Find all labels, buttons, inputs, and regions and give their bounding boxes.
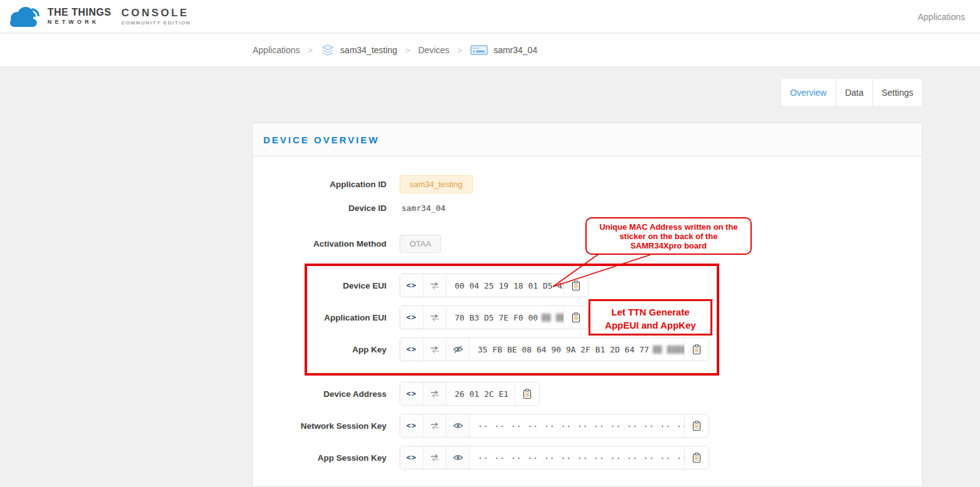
clipboard-icon[interactable] [564,306,588,329]
field-row-app-key: App Key <> 35 FB BE 08 64 90 9A 2F B1 2D… [252,337,709,361]
breadcrumb-devices[interactable]: Devices [418,45,450,55]
swap-bytes-icon[interactable] [423,274,447,297]
swap-bytes-icon[interactable] [423,338,447,361]
eye-icon[interactable] [447,446,470,469]
device-eui-value: 00 04 25 19 18 01 D5 45 [447,274,564,297]
tab-overview[interactable]: Overview [781,79,836,106]
app-session-key-value: ·· ·· ·· ·· ·· ·· ·· ·· ·· ·· ·· ·· ·· ·… [470,446,685,469]
application-id-label: Application ID [252,180,393,189]
page-title: DEVICE OVERVIEW [263,135,380,145]
network-session-key-value: ·· ·· ·· ·· ·· ·· ·· ·· ·· ·· ·· ·· ·· ·… [470,414,685,437]
edition-label: COMMUNITY EDITION [121,21,191,26]
device-address-label: Device Address [252,389,393,399]
console-wordmark: CONSOLE COMMUNITY EDITION [121,8,191,26]
ttn-logo[interactable]: THE THINGS NETWORK CONSOLE COMMUNITY EDI… [5,4,191,29]
clipboard-icon[interactable] [515,382,539,405]
app-key-value: 35 FB BE 08 64 90 9A 2F B1 2D 64 77 ██ █… [470,338,685,361]
device-address-value: 26 01 2C E1 [447,382,515,405]
code-icon[interactable]: <> [400,338,423,361]
breadcrumb-separator: > [405,46,410,55]
breadcrumb-separator: > [308,46,313,55]
device-eui-group: <> 00 04 25 19 18 01 D5 45 [400,274,589,297]
application-eui-value: 70 B3 D5 7E F0 00 ██ ██ [447,306,564,329]
breadcrumb-applications[interactable]: Applications [253,45,300,55]
swap-bytes-icon[interactable] [423,306,447,329]
application-eui-redacted: ██ ██ [542,314,564,322]
eye-slash-icon[interactable] [447,338,470,361]
app-key-group: <> 35 FB BE 08 64 90 9A 2F B1 2D 64 77 █… [400,337,709,361]
tab-settings[interactable]: Settings [873,79,922,106]
app-key-redacted: ██ ████ ██ [653,346,685,354]
device-board-icon [470,44,488,56]
device-id-label: Device ID [252,203,393,213]
top-bar: THE THINGS NETWORK CONSOLE COMMUNITY EDI… [0,0,980,33]
clipboard-icon[interactable] [685,338,709,361]
field-row-application-id: Application ID sam34_testing [252,172,473,196]
device-eui-label: Device EUI [252,281,393,290]
breadcrumb: Applications > sam34_testing > Devices > [253,34,537,66]
application-eui-label: Application EUI [252,313,393,322]
field-row-app-session-key: App Session Key <> ·· ·· ·· ·· ·· ·· ·· … [252,446,709,469]
brand-line2: NETWORK [48,19,111,25]
breadcrumb-separator: > [458,46,463,55]
application-stack-icon [321,43,335,57]
brand-wordmark: THE THINGS NETWORK [48,8,111,25]
breadcrumb-application-name[interactable]: sam34_testing [340,45,397,55]
app-session-key-label: App Session Key [252,453,393,463]
cloud-logo-icon [5,4,41,29]
ttn-console-page: THE THINGS NETWORK CONSOLE COMMUNITY EDI… [0,0,980,487]
activation-method-badge: OTAA [400,235,441,253]
code-icon[interactable]: <> [400,414,423,437]
swap-bytes-icon[interactable] [423,382,447,405]
swap-bytes-icon[interactable] [423,414,447,437]
field-row-activation-method: Activation Method OTAA [252,232,441,255]
device-id-value: samr34_04 [402,203,445,213]
application-eui-group: <> 70 B3 D5 7E F0 00 ██ ██ [400,305,589,329]
field-row-device-address: Device Address <> 26 01 2C E1 [252,382,540,406]
app-key-label: App Key [252,345,393,354]
network-session-key-group: <> ·· ·· ·· ·· ·· ·· ·· ·· ·· ·· ·· ·· ·… [400,414,709,438]
clipboard-icon[interactable] [685,446,709,469]
application-eui-visible: 70 B3 D5 7E F0 00 [455,313,538,322]
code-icon[interactable]: <> [400,446,423,469]
app-key-visible: 35 FB BE 08 64 90 9A 2F B1 2D 64 77 [478,345,649,354]
field-row-device-eui: Device EUI <> 00 04 25 19 18 01 D5 45 [252,274,589,297]
device-address-group: <> 26 01 2C E1 [400,382,540,406]
nav-applications-link[interactable]: Applications [918,0,966,33]
field-row-device-id: Device ID samr34_04 [252,196,445,220]
eye-icon[interactable] [447,414,470,437]
code-icon[interactable]: <> [400,306,423,329]
code-icon[interactable]: <> [400,382,423,405]
activation-method-label: Activation Method [252,239,393,249]
field-row-application-eui: Application EUI <> 70 B3 D5 7E F0 00 ██ … [252,305,589,329]
network-session-key-label: Network Session Key [252,421,393,431]
clipboard-icon[interactable] [685,414,709,437]
code-icon[interactable]: <> [400,274,423,297]
app-session-key-group: <> ·· ·· ·· ·· ·· ·· ·· ·· ·· ·· ·· ·· ·… [400,446,709,469]
card-header: DEVICE OVERVIEW [253,123,922,156]
tab-data[interactable]: Data [836,79,873,106]
breadcrumb-bar: Applications > sam34_testing > Devices > [0,34,980,67]
device-tabs: Overview Data Settings [780,78,922,106]
breadcrumb-device-name: samr34_04 [493,45,537,55]
field-row-network-session-key: Network Session Key <> ·· ·· ·· ·· ·· ··… [252,414,709,438]
console-label: CONSOLE [121,8,191,18]
brand-line1: THE THINGS [48,8,111,18]
clipboard-icon[interactable] [564,274,588,297]
swap-bytes-icon[interactable] [423,446,447,469]
application-id-badge[interactable]: sam34_testing [400,175,473,193]
